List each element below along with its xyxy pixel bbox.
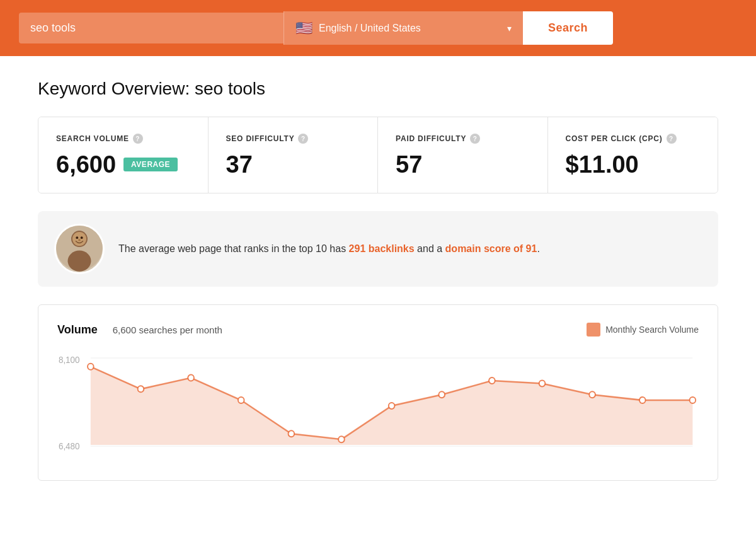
page-title-prefix: Keyword Overview: — [38, 79, 190, 98]
help-icon-paid-difficulty[interactable]: ? — [470, 134, 480, 144]
metric-label-seo-difficulty: SEO DIFFICULTY ? — [226, 134, 360, 144]
svg-point-14 — [238, 397, 244, 403]
metric-card-seo-difficulty: SEO DIFFICULTY ? 37 — [209, 117, 379, 193]
svg-point-13 — [188, 375, 194, 381]
svg-point-19 — [489, 377, 495, 384]
metric-card-cpc: COST PER CLICK (CPC) ? $11.00 — [548, 117, 718, 193]
chart-legend: Monthly Search Volume — [587, 323, 699, 337]
insight-box: The average web page that ranks in the t… — [38, 211, 718, 287]
svg-point-21 — [589, 391, 595, 398]
help-icon-cpc[interactable]: ? — [667, 134, 677, 144]
svg-point-15 — [289, 430, 295, 437]
metric-label-paid-difficulty: PAID DIFFICULTY ? — [396, 134, 530, 144]
metric-label-search-volume: SEARCH VOLUME ? — [56, 134, 190, 144]
svg-point-12 — [138, 386, 144, 392]
search-input-wrap — [19, 13, 284, 43]
svg-text:6,480: 6,480 — [59, 442, 80, 451]
insight-text-before: The average web page that ranks in the t… — [118, 243, 349, 254]
locale-label: English / United States — [319, 23, 421, 34]
svg-point-3 — [72, 232, 86, 246]
metric-value-cpc: $11.00 — [566, 153, 701, 176]
metric-value-seo-difficulty: 37 — [226, 153, 360, 176]
main-content: Keyword Overview: seo tools SEARCH VOLUM… — [19, 56, 737, 500]
insight-text: The average web page that ranks in the t… — [118, 241, 540, 256]
page-title-keyword: seo tools — [195, 79, 265, 98]
legend-label: Monthly Search Volume — [605, 325, 699, 335]
metric-label-cpc: COST PER CLICK (CPC) ? — [566, 134, 701, 144]
legend-swatch — [587, 323, 600, 337]
chart-area: 8,100 6,480 — [57, 352, 699, 468]
chart-svg: 8,100 6,480 — [57, 352, 699, 465]
metrics-grid: SEARCH VOLUME ? 6,600 AVERAGE SEO DIFFIC… — [38, 117, 718, 193]
svg-point-5 — [81, 236, 83, 239]
search-input[interactable] — [19, 13, 284, 43]
help-icon-search-volume[interactable]: ? — [133, 134, 143, 144]
svg-point-16 — [338, 436, 345, 442]
page-title: Keyword Overview: seo tools — [38, 79, 718, 99]
svg-point-6 — [78, 239, 81, 241]
svg-point-2 — [68, 251, 91, 272]
search-button[interactable]: Search — [523, 11, 613, 45]
metric-value-paid-difficulty: 57 — [396, 153, 530, 176]
metric-value-search-volume: 6,600 AVERAGE — [56, 153, 190, 176]
locale-selector[interactable]: 🇺🇸 English / United States ▾ — [284, 11, 523, 45]
chart-header: Volume 6,600 searches per month Monthly … — [57, 323, 699, 337]
svg-point-23 — [690, 397, 696, 403]
svg-text:8,100: 8,100 — [59, 355, 80, 365]
flag-icon: 🇺🇸 — [295, 20, 312, 37]
chart-subtitle: 6,600 searches per month — [113, 325, 222, 335]
metric-card-search-volume: SEARCH VOLUME ? 6,600 AVERAGE — [38, 117, 209, 193]
help-icon-seo-difficulty[interactable]: ? — [298, 134, 308, 144]
avatar — [54, 224, 105, 274]
svg-point-22 — [639, 397, 646, 403]
svg-point-20 — [539, 380, 546, 386]
svg-point-4 — [76, 236, 78, 239]
svg-point-11 — [88, 364, 94, 370]
insight-backlinks: 291 backlinks — [349, 243, 415, 254]
metric-card-paid-difficulty: PAID DIFFICULTY ? 57 — [378, 117, 548, 193]
svg-point-18 — [438, 391, 445, 398]
insight-text-after: . — [537, 243, 539, 254]
chart-title: Volume — [57, 323, 98, 337]
insight-domain-score: domain score of 91 — [445, 243, 537, 254]
average-badge: AVERAGE — [123, 158, 178, 171]
chevron-down-icon: ▾ — [507, 23, 512, 33]
svg-point-17 — [389, 403, 395, 409]
chart-card: Volume 6,600 searches per month Monthly … — [38, 304, 718, 481]
search-bar: 🇺🇸 English / United States ▾ Search — [0, 0, 756, 56]
insight-text-middle: and a — [415, 243, 445, 254]
